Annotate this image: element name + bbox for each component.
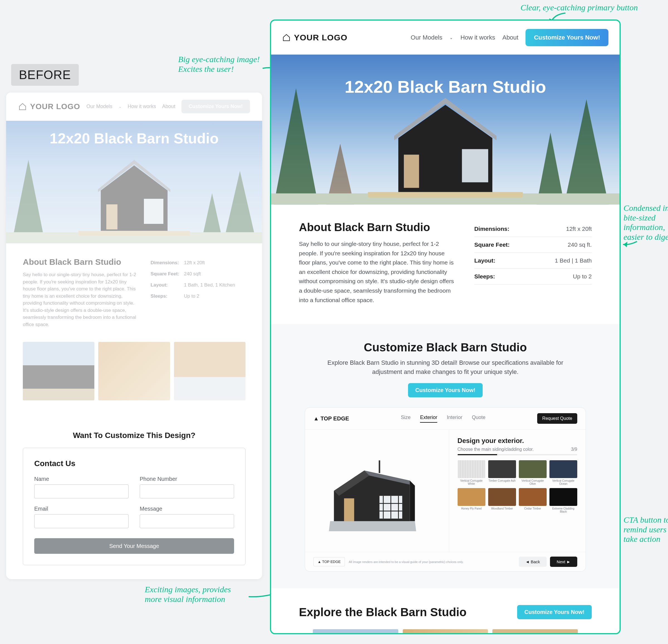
input-message[interactable] bbox=[140, 514, 234, 528]
spec-value: Up to 2 bbox=[184, 294, 199, 299]
configurator-brand: ▲ TOP EDGE bbox=[314, 415, 349, 422]
swatch-label: Cedar Timber bbox=[519, 507, 547, 510]
gallery-thumb[interactable] bbox=[403, 629, 488, 633]
swatch[interactable] bbox=[519, 488, 547, 506]
gallery-thumb[interactable] bbox=[174, 342, 245, 400]
swatch[interactable] bbox=[488, 460, 516, 478]
spec-key: Square Feet: bbox=[474, 241, 510, 248]
configurator-card: ▲ TOP EDGE Size Exterior Interior Quote … bbox=[305, 407, 586, 572]
before-nav: YOUR LOGO Our Models ⌄ How it works Abou… bbox=[6, 92, 262, 121]
nav-about[interactable]: About bbox=[502, 34, 518, 41]
nav-about[interactable]: About bbox=[162, 104, 175, 109]
tab-interior[interactable]: Interior bbox=[447, 415, 462, 423]
input-email[interactable] bbox=[34, 514, 128, 528]
annotation-hero-image: Big eye-catching image! Excites the user… bbox=[178, 55, 260, 74]
nav-cta-button[interactable]: Customize Yours Now! bbox=[526, 29, 608, 46]
label-phone: Phone Number bbox=[140, 476, 234, 482]
customize-heading: Want To Customize This Design? bbox=[23, 431, 245, 440]
nav-cta-button[interactable]: Customize Yours Now! bbox=[181, 100, 250, 113]
gallery-thumb[interactable] bbox=[313, 629, 398, 633]
before-gallery bbox=[6, 342, 262, 417]
annotation-cta-reminder: CTA button to remind users to take actio… bbox=[623, 515, 668, 544]
house-icon bbox=[282, 33, 291, 42]
tab-size[interactable]: Size bbox=[401, 415, 411, 423]
about-body: Say hello to our single-story tiny house… bbox=[299, 239, 458, 304]
hero-title: 12x20 Black Barn Studio bbox=[50, 130, 219, 147]
spec-key: Sleeps: bbox=[474, 273, 495, 280]
spec-key: Square Feet: bbox=[151, 271, 184, 277]
spec-key: Dimensions: bbox=[474, 226, 509, 232]
about-heading: About Black Barn Studio bbox=[23, 257, 137, 267]
nav-how-it-works[interactable]: How it works bbox=[460, 34, 495, 41]
after-explore-section: Explore the Black Barn Studio Customize … bbox=[271, 588, 620, 633]
chevron-down-icon: ⌄ bbox=[119, 104, 122, 109]
tab-quote[interactable]: Quote bbox=[472, 415, 485, 423]
next-button[interactable]: Next ► bbox=[550, 557, 577, 567]
input-phone[interactable] bbox=[140, 484, 234, 498]
before-panel: YOUR LOGO Our Models ⌄ How it works Abou… bbox=[6, 92, 262, 579]
swatch[interactable] bbox=[519, 460, 547, 478]
spec-value: 12ft x 20ft bbox=[184, 260, 205, 266]
logo-text: YOUR LOGO bbox=[294, 33, 347, 42]
spec-value: 1 Bath, 1 Bed, 1 Kitchen bbox=[184, 282, 235, 288]
panel-note: Choose the main siding/cladding color. bbox=[458, 447, 534, 452]
spec-key: Layout: bbox=[151, 282, 184, 288]
gallery-thumb[interactable] bbox=[98, 342, 170, 400]
after-customize-section: Customize Black Barn Studio Explore Blac… bbox=[271, 324, 620, 588]
customize-body: Explore Black Barn Studio in stunning 3D… bbox=[323, 358, 568, 376]
swatch-label: Vertical Corrugate White bbox=[458, 479, 485, 485]
house-icon bbox=[18, 103, 27, 111]
spec-value: 1 Bed | 1 Bath bbox=[555, 257, 592, 264]
spec-value: 240 sq ft. bbox=[568, 241, 592, 248]
panel-title: Design your exterior. bbox=[458, 437, 577, 445]
swatch-label: Vertical Corrugate Ocean bbox=[549, 479, 577, 485]
nav-how-it-works[interactable]: How it works bbox=[128, 104, 156, 109]
annotation-exciting-images: Exciting images, provides more visual in… bbox=[145, 585, 231, 604]
before-hero: 12x20 Black Barn Studio bbox=[6, 121, 262, 243]
svg-rect-13 bbox=[78, 231, 190, 236]
before-about: About Black Barn Studio Say hello to our… bbox=[6, 243, 262, 342]
svg-rect-34 bbox=[344, 498, 354, 522]
logo[interactable]: YOUR LOGO bbox=[18, 102, 80, 111]
swatch[interactable] bbox=[458, 488, 485, 506]
before-customize-section: Want To Customize This Design? Contact U… bbox=[6, 417, 262, 579]
form-title: Contact Us bbox=[34, 459, 234, 468]
svg-marker-15 bbox=[564, 100, 608, 205]
spec-value: Up to 2 bbox=[573, 273, 592, 280]
tab-exterior[interactable]: Exterior bbox=[420, 415, 437, 423]
footer-badge: ▲ TOP EDGE bbox=[314, 557, 345, 566]
swatch[interactable] bbox=[549, 460, 577, 478]
after-specs: Dimensions:12ft x 20ft Square Feet:240 s… bbox=[474, 221, 592, 304]
swatch[interactable] bbox=[458, 460, 485, 478]
annotation-arrow bbox=[621, 239, 638, 251]
input-name[interactable] bbox=[34, 484, 128, 498]
gallery-thumb[interactable] bbox=[492, 629, 578, 633]
request-quote-button[interactable]: Request Quote bbox=[537, 413, 577, 424]
swatch[interactable] bbox=[488, 488, 516, 506]
before-specs: Dimensions:12ft x 20ft Square Feet:240 s… bbox=[151, 257, 245, 328]
chevron-down-icon: ⌄ bbox=[450, 35, 453, 40]
submit-button[interactable]: Send Your Message bbox=[34, 538, 234, 554]
svg-marker-2 bbox=[623, 242, 627, 247]
gallery-thumb[interactable] bbox=[23, 342, 94, 400]
configurator-footer: ▲ TOP EDGE All image renders are intende… bbox=[305, 552, 586, 571]
explore-cta-button[interactable]: Customize Yours Now! bbox=[517, 605, 592, 619]
about-heading: About Black Barn Studio bbox=[299, 221, 458, 234]
swatch-label: Timber Corrugate Ash bbox=[488, 479, 516, 482]
swatch[interactable] bbox=[549, 488, 577, 506]
swatch-label: Vertical Corrugate Olive bbox=[519, 479, 547, 485]
explore-heading: Explore the Black Barn Studio bbox=[299, 605, 467, 619]
about-body: Say hello to our single-story tiny house… bbox=[23, 271, 137, 328]
logo-text: YOUR LOGO bbox=[30, 102, 80, 111]
nav-our-models[interactable]: Our Models bbox=[87, 104, 112, 109]
label-name: Name bbox=[34, 476, 128, 482]
nav-our-models[interactable]: Our Models bbox=[411, 34, 442, 41]
customize-cta-button[interactable]: Customize Yours Now! bbox=[408, 383, 483, 397]
hero-title: 12x20 Black Barn Studio bbox=[345, 77, 546, 193]
after-panel: YOUR LOGO Our Models ⌄ How it works Abou… bbox=[270, 19, 621, 634]
contact-form: Contact Us Name Phone Number Email Messa… bbox=[23, 448, 245, 565]
configurator-3d-view[interactable] bbox=[305, 430, 449, 552]
logo[interactable]: YOUR LOGO bbox=[282, 33, 347, 42]
after-nav: YOUR LOGO Our Models ⌄ How it works Abou… bbox=[271, 20, 620, 55]
back-button[interactable]: ◄ Back bbox=[519, 557, 547, 567]
